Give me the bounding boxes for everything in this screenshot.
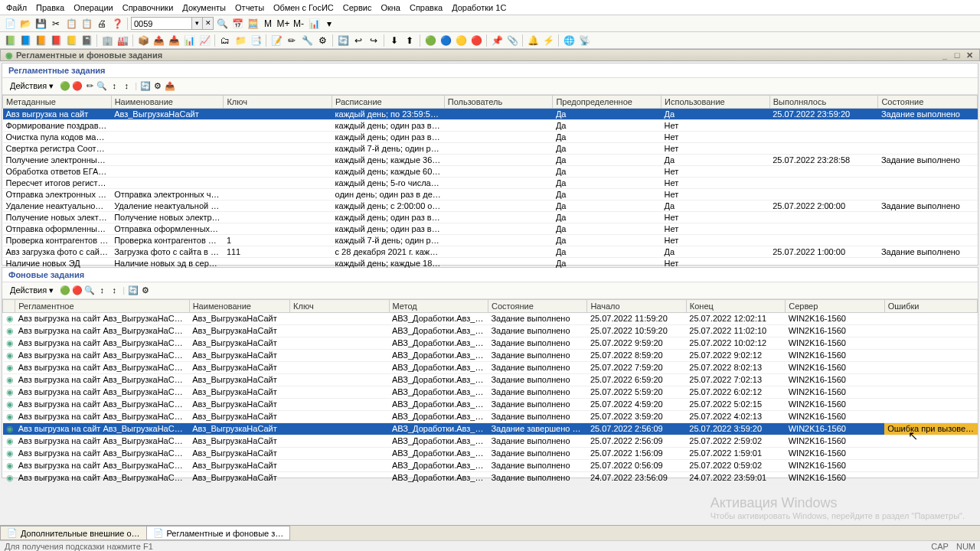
- toolbar-icon[interactable]: 🔍: [215, 17, 229, 31]
- toolbar-icon[interactable]: ✂: [49, 17, 63, 31]
- menu-Обмен с ГосИС[interactable]: Обмен с ГосИС: [273, 3, 334, 12]
- toolbar-icon[interactable]: 📊: [307, 17, 321, 31]
- column-header[interactable]: [3, 299, 15, 312]
- toolbar-icon[interactable]: M-: [292, 17, 305, 31]
- column-header[interactable]: Ключ: [290, 299, 389, 312]
- table-row[interactable]: Авз выгрузка на сайтАвз_ВыгрузкаНаСайтка…: [3, 108, 978, 119]
- menu-Окна[interactable]: Окна: [381, 3, 400, 12]
- toolbar-icon[interactable]: M+: [276, 17, 290, 31]
- menu-Файл[interactable]: Файл: [6, 3, 27, 12]
- search-dropdown[interactable]: ▾: [192, 17, 203, 30]
- table-row[interactable]: Пересчет итогов регистров накоплен…кажды…: [3, 177, 978, 188]
- toolbar-icon[interactable]: 📥: [167, 34, 181, 47]
- menu-Сервис[interactable]: Сервис: [343, 3, 372, 12]
- toolbar-icon[interactable]: 📑: [249, 34, 263, 47]
- toolbar-icon[interactable]: ⬇: [387, 34, 401, 47]
- search-input[interactable]: [131, 17, 192, 30]
- column-header[interactable]: Состояние: [878, 95, 978, 108]
- menu-Доработки 1С[interactable]: Доработки 1С: [452, 3, 506, 12]
- toolbar-icon[interactable]: ▾: [322, 17, 336, 31]
- panel-toolbar-icon[interactable]: 🔍: [83, 285, 96, 297]
- toolbar-icon[interactable]: 📈: [198, 34, 211, 47]
- table-row[interactable]: Получение новых электронных докум…Получе…: [3, 211, 978, 223]
- toolbar-icon[interactable]: 📓: [80, 34, 93, 47]
- table-row[interactable]: Очистка пула кодов маркировки ИС…каждый …: [3, 131, 978, 142]
- table-row[interactable]: ◉Авз выгрузка на сайт Авз_ВыгрузкаНаСайт…: [3, 422, 978, 435]
- column-header[interactable]: Использование: [662, 95, 770, 108]
- table-row[interactable]: ◉Авз выгрузка на сайт Авз_ВыгрузкаНаСайт…: [3, 324, 978, 337]
- toolbar-icon[interactable]: ❓: [110, 17, 124, 31]
- toolbar-icon[interactable]: 📋: [80, 17, 93, 31]
- table-row[interactable]: Отправка электронных чековОтправка элект…: [3, 188, 978, 200]
- column-header[interactable]: Выполнялось: [769, 95, 878, 108]
- maximize-button[interactable]: □: [952, 51, 962, 60]
- column-header[interactable]: Сервер: [786, 299, 884, 312]
- menu-Документы[interactable]: Документы: [182, 3, 226, 12]
- toolbar-icon[interactable]: ✏: [285, 34, 299, 47]
- toolbar-icon[interactable]: 🔄: [336, 34, 350, 47]
- toolbar-icon[interactable]: 🗂: [218, 34, 232, 47]
- panel-toolbar-icon[interactable]: 🟢: [59, 285, 71, 297]
- column-header[interactable]: Регламентное: [15, 299, 190, 312]
- table-row[interactable]: Получение электронных сообщенийкаждый де…: [3, 154, 978, 165]
- search-clear[interactable]: ✕: [203, 17, 214, 30]
- table-row[interactable]: ◉Авз выгрузка на сайт Авз_ВыгрузкаНаСайт…: [3, 459, 978, 471]
- toolbar-icon[interactable]: ⚙: [315, 34, 329, 47]
- actions-dropdown[interactable]: Действия ▾: [7, 285, 57, 296]
- toolbar-icon[interactable]: 🏭: [116, 34, 129, 47]
- column-header[interactable]: Ключ: [224, 95, 332, 108]
- table-row[interactable]: ◉Авз выгрузка на сайт Авз_ВыгрузкаНаСайт…: [3, 471, 978, 484]
- toolbar-icon[interactable]: 📦: [136, 34, 150, 47]
- panel-toolbar-icon[interactable]: ✏: [83, 80, 96, 93]
- table-row[interactable]: ◉Авз выгрузка на сайт Авз_ВыгрузкаНаСайт…: [3, 410, 978, 422]
- toolbar-icon[interactable]: 📒: [64, 34, 78, 47]
- toolbar-icon[interactable]: 📁: [234, 34, 247, 47]
- toolbar-icon[interactable]: 📋: [64, 17, 78, 31]
- panel-toolbar-icon[interactable]: ↕: [96, 284, 108, 296]
- toolbar-icon[interactable]: ⚡: [541, 34, 555, 47]
- table-row[interactable]: Удаление неактуальной информации…Удалени…: [3, 200, 978, 211]
- toolbar-icon[interactable]: 📅: [230, 17, 244, 31]
- window-tab[interactable]: 📄Регламентные и фоновые з…: [146, 526, 291, 540]
- table-row[interactable]: ◉Авз выгрузка на сайт Авз_ВыгрузкаНаСайт…: [3, 312, 978, 324]
- close-button[interactable]: ✕: [964, 51, 975, 60]
- toolbar-icon[interactable]: 📂: [18, 17, 32, 31]
- column-header[interactable]: Метаданные: [3, 95, 112, 108]
- table-row[interactable]: Формирование поздравлений с днем…каждый …: [3, 119, 978, 131]
- toolbar-icon[interactable]: 📄: [3, 17, 17, 31]
- toolbar-icon[interactable]: 📗: [3, 34, 17, 47]
- table-row[interactable]: Авз загрузка фото с сайта в номенк…Загру…: [3, 246, 978, 257]
- column-header[interactable]: Состояние: [488, 299, 586, 312]
- toolbar-icon[interactable]: 🔔: [526, 34, 540, 47]
- scheduled-jobs-grid[interactable]: МетаданныеНаименованиеКлючРасписаниеПоль…: [2, 95, 978, 271]
- menu-Отчеты[interactable]: Отчеты: [235, 3, 264, 12]
- toolbar-icon[interactable]: 📌: [490, 34, 504, 47]
- toolbar-icon[interactable]: ↪: [367, 34, 381, 47]
- toolbar-icon[interactable]: 📕: [49, 34, 63, 47]
- table-row[interactable]: Проверка контрагентов БЭДПроверка контра…: [3, 234, 978, 246]
- column-header[interactable]: Предопределенное: [553, 95, 662, 108]
- toolbar-icon[interactable]: 🔵: [439, 34, 452, 47]
- panel-toolbar-icon[interactable]: 🔴: [71, 80, 83, 93]
- table-row[interactable]: ◉Авз выгрузка на сайт Авз_ВыгрузкаНаСайт…: [3, 447, 978, 459]
- toolbar-icon[interactable]: ⬆: [403, 34, 416, 47]
- toolbar-icon[interactable]: 📙: [34, 34, 47, 47]
- toolbar-icon[interactable]: 🌐: [562, 34, 576, 47]
- table-row[interactable]: Обработка ответов ЕГАИСкаждый день; кажд…: [3, 165, 978, 177]
- column-header[interactable]: Конец: [686, 299, 785, 312]
- toolbar-icon[interactable]: 🟢: [423, 34, 437, 47]
- minimize-button[interactable]: _: [939, 51, 950, 60]
- toolbar-icon[interactable]: 🟡: [454, 34, 468, 47]
- toolbar-icon[interactable]: 🏢: [100, 34, 114, 47]
- menu-Справка[interactable]: Справка: [410, 3, 443, 12]
- column-header[interactable]: Метод: [389, 299, 488, 312]
- panel-toolbar-icon[interactable]: ⚙: [139, 285, 152, 297]
- panel-toolbar-icon[interactable]: 🔄: [139, 80, 152, 93]
- table-row[interactable]: ◉Авз выгрузка на сайт Авз_ВыгрузкаНаСайт…: [3, 484, 978, 484]
- panel-toolbar-icon[interactable]: ↕: [108, 284, 120, 296]
- table-row[interactable]: ◉Авз выгрузка на сайт Авз_ВыгрузкаНаСайт…: [3, 337, 978, 349]
- table-row[interactable]: Отправка оформленных электронных…Отправк…: [3, 223, 978, 234]
- panel-toolbar-icon[interactable]: 🔄: [127, 285, 139, 297]
- panel-toolbar-icon[interactable]: 🟢: [59, 80, 71, 93]
- column-header[interactable]: Пользователь: [444, 95, 553, 108]
